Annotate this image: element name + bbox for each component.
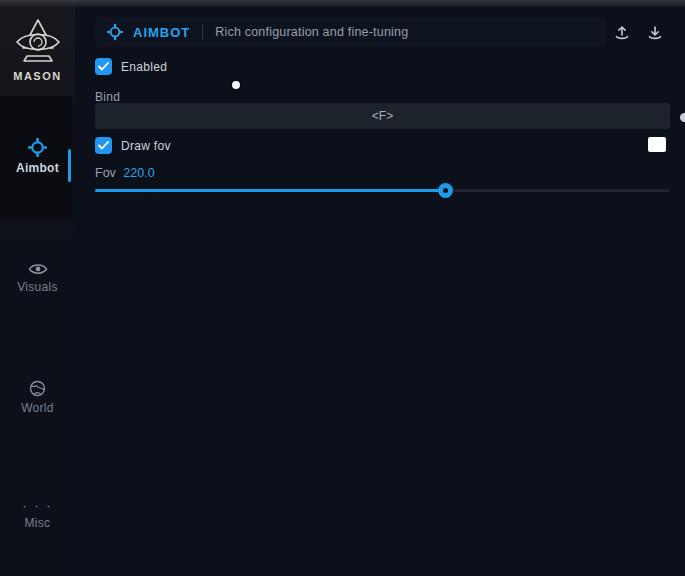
section-title: AIMBOT (133, 25, 190, 40)
fov-value: 220.0 (123, 166, 154, 180)
draw-fov-label: Draw fov (121, 139, 171, 153)
masonic-eye-icon (13, 16, 63, 68)
sidebar-item-world[interactable]: World (0, 380, 75, 415)
bind-label: Bind (95, 90, 120, 104)
enabled-checkbox[interactable] (95, 58, 112, 75)
check-icon (98, 62, 109, 71)
enabled-label: Enabled (121, 60, 167, 74)
sidebar: MASON Aimbot Visuals Worl (0, 7, 75, 576)
crosshair-icon (28, 138, 47, 157)
bind-input[interactable]: <F> (95, 103, 670, 129)
fov-slider-thumb[interactable] (438, 183, 453, 198)
fov-slider[interactable] (95, 183, 670, 197)
eye-icon (28, 262, 48, 276)
ellipsis-icon: · · · (0, 501, 75, 511)
draw-fov-checkbox[interactable] (95, 137, 112, 154)
fov-slider-fill (95, 189, 446, 192)
header-divider (202, 24, 203, 40)
main-panel: AIMBOT Rich configuration and fine-tunin… (75, 7, 685, 576)
enabled-row: Enabled (95, 58, 167, 75)
upload-icon (614, 25, 630, 41)
brand-name: MASON (0, 70, 75, 82)
bind-value: <F> (372, 109, 393, 123)
window-top-edge (0, 0, 685, 7)
draw-fov-row: Draw fov (95, 137, 171, 154)
cursor-dot (680, 113, 685, 122)
globe-icon (29, 380, 46, 397)
upload-config-button[interactable] (610, 23, 634, 43)
fov-label: Fov (95, 166, 116, 180)
sidebar-item-visuals[interactable]: Visuals (0, 262, 75, 294)
crosshair-icon (107, 24, 123, 40)
section-subtitle: Rich configuration and fine-tuning (215, 25, 408, 39)
sidebar-item-misc[interactable]: · · · Misc (0, 501, 75, 530)
download-icon (647, 25, 663, 41)
sidebar-item-label: World (0, 401, 75, 415)
sidebar-item-label: Visuals (0, 280, 75, 294)
fov-label-row: Fov 220.0 (95, 166, 155, 180)
section-header: AIMBOT Rich configuration and fine-tunin… (95, 17, 607, 47)
cursor-dot (232, 81, 240, 89)
sidebar-item-label: Misc (0, 516, 75, 530)
download-config-button[interactable] (643, 23, 667, 43)
check-icon (98, 141, 109, 150)
sidebar-item-aimbot[interactable]: Aimbot (0, 138, 75, 175)
sidebar-item-label: Aimbot (0, 161, 75, 175)
brand-logo: MASON (0, 16, 75, 82)
fov-color-swatch[interactable] (648, 137, 666, 152)
